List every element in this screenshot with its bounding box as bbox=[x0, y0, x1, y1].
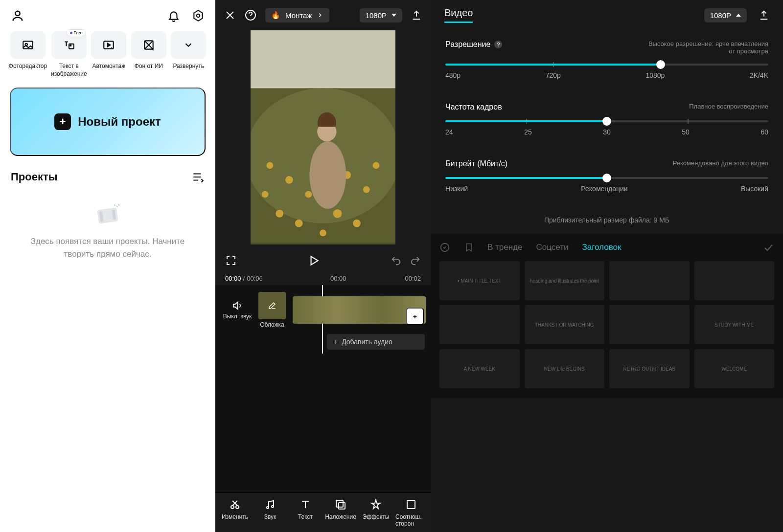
tool-label: Развернуть bbox=[173, 63, 204, 70]
template-card[interactable] bbox=[609, 305, 690, 344]
bitrate-label: Битрейт (Мбит/с) bbox=[445, 159, 507, 168]
hint-icon[interactable]: ? bbox=[494, 41, 502, 48]
add-audio-label: Добавить аудио bbox=[342, 338, 392, 346]
tool-row: Фоторедактор Free Текст в изображение AI… bbox=[0, 31, 215, 78]
tool-text[interactable]: Текст bbox=[290, 499, 321, 527]
tool-effects[interactable]: Эффекты bbox=[360, 499, 392, 527]
svg-point-29 bbox=[309, 141, 346, 209]
resolution-slider[interactable] bbox=[445, 64, 768, 66]
tool-text-to-image[interactable]: Free Текст в изображение bbox=[51, 31, 87, 78]
new-project-button[interactable]: + Новый проект bbox=[10, 88, 206, 156]
svg-rect-36 bbox=[339, 503, 345, 509]
svg-point-18 bbox=[285, 176, 293, 184]
profile-icon[interactable] bbox=[11, 9, 24, 22]
res-label: 1080P bbox=[710, 11, 731, 20]
tool-ai-background[interactable]: AI Фон от ИИ bbox=[131, 31, 166, 78]
fullscreen-icon[interactable] bbox=[225, 255, 237, 266]
template-tabs: В тренде Соцсети Заголовок bbox=[439, 242, 774, 253]
ai-off-icon[interactable] bbox=[439, 242, 450, 253]
export-icon[interactable] bbox=[759, 10, 769, 21]
svg-point-5 bbox=[70, 45, 71, 46]
confirm-icon[interactable] bbox=[762, 242, 774, 253]
template-card[interactable]: • MAIN TITLE TEXT bbox=[439, 261, 520, 300]
svg-point-26 bbox=[295, 220, 303, 227]
template-card[interactable]: WELCOME bbox=[694, 349, 775, 388]
tool-label: Текст в изображение bbox=[51, 63, 87, 78]
plus-icon: + bbox=[54, 113, 71, 130]
tool-edit[interactable]: Изменить bbox=[219, 499, 251, 527]
tool-overlay[interactable]: Наложение bbox=[325, 499, 356, 527]
template-card[interactable]: THANKS FOR WATCHING bbox=[525, 305, 605, 344]
svg-point-1 bbox=[197, 14, 200, 18]
svg-point-17 bbox=[267, 162, 274, 169]
template-card[interactable]: NEW Life BEGINS bbox=[525, 349, 605, 388]
template-card[interactable]: RETRO OUTFIT IDEAS bbox=[609, 349, 690, 388]
montage-pill[interactable]: 🔥 Монтаж bbox=[265, 8, 329, 22]
player-controls bbox=[215, 249, 431, 272]
bitrate-slider[interactable] bbox=[445, 177, 768, 179]
settings-icon[interactable] bbox=[192, 9, 205, 22]
tool-automontage[interactable]: AI Автомонтаж bbox=[91, 31, 127, 78]
mute-button[interactable]: Выкл. звук bbox=[220, 300, 254, 320]
add-audio-button[interactable]: +Добавить аудио bbox=[327, 334, 425, 350]
template-card[interactable]: heading and illustrates the point bbox=[525, 261, 605, 300]
bell-icon[interactable] bbox=[167, 9, 180, 22]
tool-photo-editor[interactable]: Фоторедактор bbox=[9, 31, 47, 78]
film-icon bbox=[93, 203, 122, 226]
redo-icon[interactable] bbox=[410, 255, 421, 266]
template-card[interactable] bbox=[694, 261, 775, 300]
resolution-pill-right[interactable]: 1080P bbox=[704, 8, 747, 22]
tool-audio[interactable]: Звук bbox=[254, 499, 286, 527]
bitrate-setting: Битрейт (Мбит/с) Рекомендовано для этого… bbox=[445, 159, 768, 193]
bitrate-hint: Рекомендовано для этого видео bbox=[673, 159, 768, 167]
tab-title[interactable]: Заголовок bbox=[582, 243, 621, 252]
bookmark-icon[interactable] bbox=[464, 243, 474, 252]
montage-label: Монтаж bbox=[285, 11, 312, 20]
svg-point-27 bbox=[353, 220, 361, 227]
tab-trending[interactable]: В тренде bbox=[487, 243, 523, 252]
svg-text:AI: AI bbox=[150, 47, 154, 51]
fps-slider[interactable] bbox=[445, 120, 768, 122]
template-card[interactable]: A NEW WEEK bbox=[439, 349, 520, 388]
template-card[interactable]: STUDY WITH ME bbox=[694, 305, 775, 344]
close-icon[interactable] bbox=[224, 9, 236, 21]
tool-label: Фоторедактор bbox=[9, 63, 47, 70]
svg-point-23 bbox=[276, 210, 283, 218]
help-icon[interactable] bbox=[245, 9, 256, 21]
svg-point-28 bbox=[320, 229, 326, 236]
svg-point-25 bbox=[262, 191, 269, 198]
undo-icon[interactable] bbox=[391, 255, 401, 266]
resolution-pill-mid[interactable]: 1080P bbox=[360, 8, 402, 22]
cover-label: Обложка bbox=[260, 321, 284, 328]
new-project-label: Новый проект bbox=[78, 115, 161, 129]
tool-aspect[interactable]: Соотнош. сторон bbox=[395, 499, 427, 527]
svg-rect-15 bbox=[251, 30, 395, 88]
video-preview[interactable] bbox=[251, 30, 395, 244]
tab-social[interactable]: Соцсети bbox=[536, 243, 569, 252]
svg-rect-37 bbox=[407, 501, 415, 509]
time-display: 00:00 / 00:06 00:00 00:02 bbox=[215, 272, 431, 285]
cover-button[interactable]: Обложка bbox=[258, 292, 286, 328]
template-card[interactable] bbox=[439, 305, 520, 344]
mute-label: Выкл. звук bbox=[223, 313, 252, 320]
export-title: Видео bbox=[444, 7, 473, 23]
preview-area bbox=[215, 30, 431, 249]
empty-projects: Здесь появятся ваши проекты. Начните тво… bbox=[0, 188, 215, 532]
export-header: Видео 1080P bbox=[431, 0, 783, 30]
time-current: 00:00 bbox=[225, 275, 241, 282]
svg-point-22 bbox=[333, 209, 342, 218]
timeline: Выкл. звук Обложка + +Добавить аудио bbox=[215, 285, 431, 354]
play-icon[interactable] bbox=[307, 254, 320, 267]
tool-expand[interactable]: Развернуть bbox=[171, 31, 207, 78]
add-clip-button[interactable]: + bbox=[406, 308, 424, 325]
export-panel: Видео 1080P Разрешение? Высокое разрешен… bbox=[431, 0, 783, 532]
resolution-setting: Разрешение? Высокое разрешение: ярче впе… bbox=[445, 40, 768, 79]
list-edit-icon[interactable] bbox=[192, 171, 205, 183]
empty-text: Здесь появятся ваши проекты. Начните тво… bbox=[0, 235, 215, 260]
tool-label: Автомонтаж bbox=[92, 63, 126, 70]
export-icon[interactable] bbox=[411, 10, 422, 21]
resolution-label: Разрешение bbox=[445, 40, 490, 49]
template-card[interactable] bbox=[609, 261, 690, 300]
filesize-text: Приблизительный размер файла: 9 МБ bbox=[445, 216, 768, 224]
editor-panel: 🔥 Монтаж 1080P bbox=[215, 0, 431, 532]
